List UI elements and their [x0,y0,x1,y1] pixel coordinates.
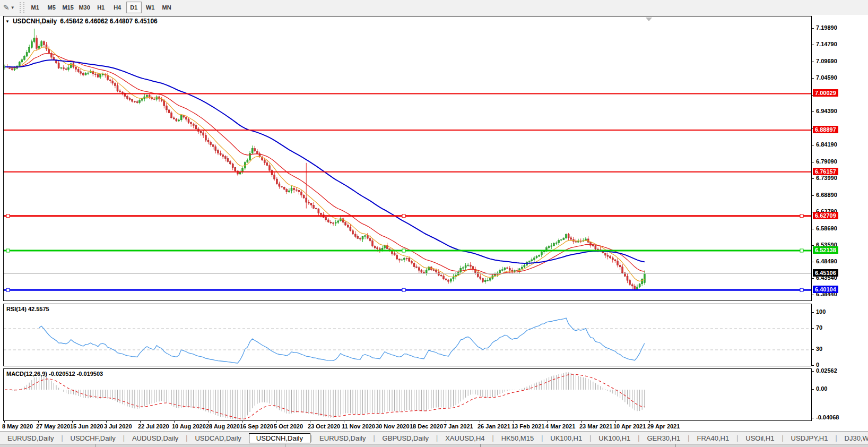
price-axis-tick-tickmark [812,78,814,79]
price-axis[interactable]: 7.198907.147907.096907.045906.994906.943… [812,15,868,431]
date-tickmark [276,421,276,423]
price-axis-tick-label: 6.68890 [816,192,837,198]
price-axis-tick-label: 7.04590 [816,74,837,81]
date-tickmark [4,421,5,423]
price-axis-tick-tickmark [812,295,814,295]
hline-drag-handle[interactable] [402,214,405,218]
price-axis-tick-label: 6.84190 [816,141,837,148]
rsi-indicator-label: RSI(14) 42.5575 [6,306,49,312]
price-axis-tick-label: 7.14790 [816,41,837,47]
chart-collapse-icon[interactable]: ▼ [5,19,10,24]
tab-uk100-h1[interactable]: UK100,H1 [543,433,589,443]
timeframe-button-m15[interactable]: M15 [60,2,76,13]
timeframe-button-w1[interactable]: W1 [143,2,158,13]
timeframe-toolbar: ✎ ▼ M1M5M15M30H1H4D1W1MN [0,0,868,15]
panel-column-divider [675,444,676,447]
date-tickmark [649,421,650,423]
hline-drag-handle[interactable] [402,288,405,291]
hline-drag-handle[interactable] [402,249,405,252]
tab-usdcnh-daily[interactable]: USDCNH,Daily [249,433,310,443]
hline-drag-handle[interactable] [6,214,10,218]
macd-axis-tick-label: 0.00 [816,385,827,392]
rsi-axis-tick-label: 100 [816,308,826,315]
timeframe-button-m1[interactable]: M1 [28,2,43,13]
tab-usdcad-daily[interactable]: USDCAD,Daily [187,433,248,443]
tab-usdchf-daily[interactable]: USDCHF,Daily [63,433,123,443]
price-axis-tick-tickmark [812,28,814,29]
ma-slow-blue [5,60,645,263]
tab-usdjpy-h1[interactable]: USDJPY,H1 [784,433,836,443]
price-chart-pane[interactable] [3,16,812,301]
date-tickmark [412,421,412,423]
rsi-axis-tick-tickmark [812,312,814,313]
chart-symbol-label: USDCNH,Daily [13,18,57,25]
date-axis-label: 10 Aug 2020 [172,423,206,429]
date-tickmark [38,421,39,423]
macd-histogram [5,372,645,419]
chart-shift-marker-icon[interactable] [646,18,652,21]
date-tickmark [106,421,107,423]
rsi-axis-tick-label: 70 [816,324,822,331]
level-price-badge: 6.76157 [813,168,838,175]
tab-audusd-daily[interactable]: AUDUSD,Daily [125,433,186,443]
date-axis-label: 7 Jan 2021 [444,423,473,429]
timeframe-button-h4[interactable]: H4 [110,2,125,13]
timeframe-button-m5[interactable]: M5 [44,2,59,13]
tab-eurusd-daily[interactable]: EURUSD,Daily [312,433,373,443]
tab-ger30-h1[interactable]: GER30,H1 [639,433,688,443]
mt4-terminal: ✎ ▼ M1M5M15M30H1H4D1W1MN ▼ USDCNH,Daily … [0,0,868,447]
rsi-axis-tick-tickmark [812,328,814,329]
tab-fra40-h1[interactable]: FRA40,H1 [689,433,736,443]
price-axis-tick-tickmark [812,111,814,112]
tab-uk100-h1[interactable]: UK100,H1 [591,433,638,443]
toolbar-drag-handle[interactable] [20,2,24,13]
tab-xauusd-h4[interactable]: XAUUSD,H4 [438,433,492,443]
hline-drag-handle[interactable] [6,249,10,252]
price-axis-tick-tickmark [812,262,814,262]
date-axis-label: 18 Dec 2020 [410,423,443,429]
hline-drag-handle[interactable] [800,288,803,291]
price-axis-tick-label: 6.79090 [816,158,837,165]
level-price-badge: 6.40104 [813,286,838,293]
date-axis[interactable]: 8 May 202027 May 202015 Jun 20203 Jul 20… [0,421,812,431]
macd-indicator-pane[interactable] [3,368,812,421]
chart-tab-bar: EURUSD,Daily|USDCHF,Daily|AUDUSD,Daily|U… [0,431,868,444]
date-axis-label: 26 Jan 2021 [478,423,510,429]
macd-indicator-label: MACD(12,26,9) -0.020512 -0.019503 [6,371,103,377]
macd-axis-tick-tickmark [812,371,814,372]
price-axis-tick-tickmark [812,145,814,145]
date-axis-label: 28 Aug 2020 [206,423,240,429]
price-axis-tick-tickmark [812,62,814,62]
timeframe-button-mn[interactable]: MN [159,2,175,13]
price-chart-canvas[interactable] [4,16,811,300]
rsi-indicator-pane[interactable] [3,304,812,366]
tab-gbpusd-daily[interactable]: GBPUSD,Daily [375,433,436,443]
date-tickmark [480,421,480,423]
price-axis-tick-tickmark [812,45,814,45]
terminal-panel-edge [0,444,868,447]
price-axis-tick-tickmark [812,245,814,246]
rsi-canvas[interactable] [4,304,811,366]
timeframe-button-d1[interactable]: D1 [126,2,142,13]
hline-drag-handle[interactable] [6,288,10,291]
chart-ohlc-values: 6.45842 6.46062 6.44807 6.45106 [60,18,158,25]
macd-canvas[interactable] [4,369,811,420]
hline-drag-handle[interactable] [800,249,803,252]
panel-column-divider [285,444,285,447]
date-axis-label: 8 May 2020 [2,423,33,429]
tab-eurusd-daily[interactable]: EURUSD,Daily [0,433,61,443]
tab-usoil-h1[interactable]: USOil,H1 [738,433,782,443]
date-tickmark [72,421,73,423]
panel-column-divider [480,444,481,447]
date-axis-label: 13 Feb 2021 [511,423,544,429]
tab-hk50-m15[interactable]: HK50,M15 [494,433,541,443]
draw-tool-icon[interactable]: ✎ [0,3,11,12]
timeframe-button-m30[interactable]: M30 [77,2,92,13]
draw-tool-caret-icon[interactable]: ▼ [11,5,15,10]
tab-dj30-weekly[interactable]: DJ30,Weekly [837,433,868,443]
date-tickmark [615,421,616,423]
macd-axis-tick-tickmark [812,389,814,390]
hline-drag-handle[interactable] [800,214,803,218]
timeframe-button-h1[interactable]: H1 [93,2,109,13]
macd-axis-tick-label: 0.02562 [816,367,837,374]
